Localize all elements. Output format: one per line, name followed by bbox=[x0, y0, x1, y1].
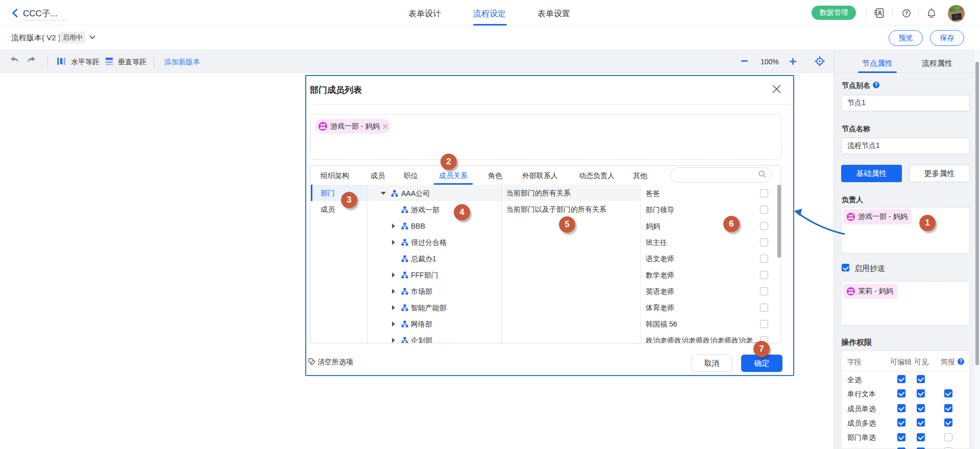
svg-text:?: ? bbox=[905, 11, 908, 16]
